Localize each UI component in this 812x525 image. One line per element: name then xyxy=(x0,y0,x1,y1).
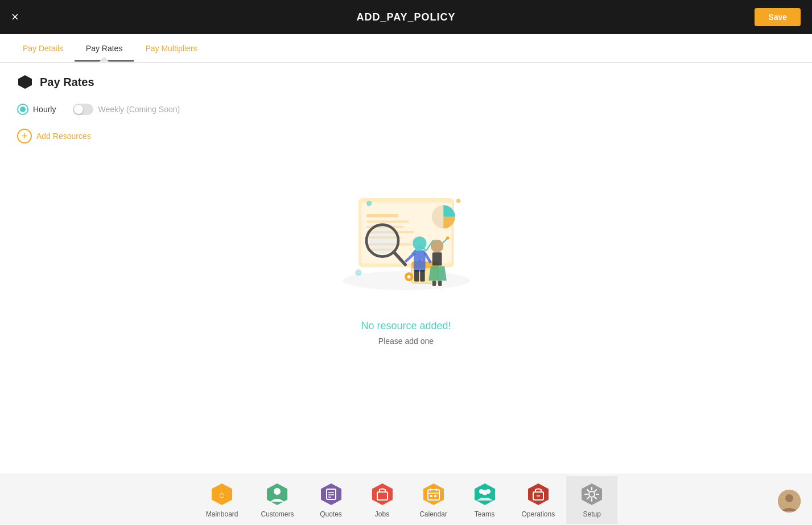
svg-point-32 xyxy=(366,201,372,206)
svg-point-12 xyxy=(446,236,450,240)
page-title: ADD_PAY_POLICY xyxy=(356,11,455,23)
svg-point-33 xyxy=(456,199,460,203)
avatar[interactable] xyxy=(778,490,801,512)
svg-point-20 xyxy=(413,236,426,250)
empty-title: No resource added! xyxy=(361,320,451,332)
svg-point-63 xyxy=(785,494,793,502)
svg-rect-27 xyxy=(432,252,442,265)
operations-icon xyxy=(526,482,551,507)
rate-type-group: Hourly Weekly (Coming Soon) xyxy=(17,104,795,115)
add-resources-label: Add Resources xyxy=(36,132,91,141)
empty-subtitle: Please add one xyxy=(378,337,434,346)
svg-rect-21 xyxy=(414,250,426,271)
svg-marker-46 xyxy=(423,483,444,505)
svg-point-31 xyxy=(407,275,410,278)
svg-rect-23 xyxy=(420,270,424,282)
nav-item-jobs[interactable]: Jobs xyxy=(357,476,408,524)
jobs-label: Jobs xyxy=(375,510,389,518)
tab-pay-details[interactable]: Pay Details xyxy=(11,36,75,61)
nav-item-setup[interactable]: Setup xyxy=(566,476,617,524)
svg-point-18 xyxy=(369,227,395,254)
weekly-toggle[interactable] xyxy=(73,104,93,115)
nav-item-calendar[interactable]: Calendar xyxy=(408,476,459,524)
svg-rect-52 xyxy=(434,495,436,497)
weekly-radio[interactable]: Weekly (Coming Soon) xyxy=(73,104,180,115)
quotes-icon xyxy=(319,482,344,507)
svg-point-34 xyxy=(355,269,361,276)
mainboard-label: Mainboard xyxy=(206,510,238,518)
svg-rect-5 xyxy=(366,220,409,223)
hourly-radio-circle[interactable] xyxy=(17,104,28,115)
nav-item-operations[interactable]: Operations xyxy=(510,476,567,524)
svg-point-56 xyxy=(482,490,487,495)
main-content: Pay Rates Hourly Weekly (Coming Soon) + … xyxy=(0,63,812,474)
quotes-label: Quotes xyxy=(320,510,342,518)
svg-rect-4 xyxy=(366,214,398,218)
svg-marker-57 xyxy=(528,483,549,505)
add-resources-button[interactable]: + Add Resources xyxy=(17,129,795,143)
header: × ADD_PAY_POLICY Save xyxy=(0,0,812,34)
customers-label: Customers xyxy=(261,510,294,518)
mainboard-icon: ⌂ xyxy=(209,482,234,507)
nav-item-customers[interactable]: Customers xyxy=(249,476,305,524)
customers-icon xyxy=(265,482,290,507)
nav-item-quotes[interactable]: Quotes xyxy=(306,476,357,524)
section-title: Pay Rates xyxy=(40,76,94,89)
weekly-label: Weekly (Coming Soon) xyxy=(98,105,180,114)
nav-item-mainboard[interactable]: ⌂ Mainboard xyxy=(195,476,250,524)
empty-illustration xyxy=(327,183,486,309)
teams-label: Teams xyxy=(475,510,494,518)
operations-label: Operations xyxy=(522,510,555,518)
svg-marker-0 xyxy=(18,75,32,89)
avatar-image xyxy=(778,490,801,512)
svg-rect-29 xyxy=(438,281,442,286)
svg-point-26 xyxy=(430,240,443,252)
section-hex-icon xyxy=(17,74,33,90)
svg-rect-51 xyxy=(430,495,432,497)
setup-icon xyxy=(579,482,604,507)
calendar-icon xyxy=(421,482,446,507)
jobs-icon xyxy=(370,482,395,507)
calendar-label: Calendar xyxy=(419,510,447,518)
tabs-bar: Pay Details Pay Rates Pay Multipliers xyxy=(0,34,812,63)
hourly-radio[interactable]: Hourly xyxy=(17,104,56,115)
svg-rect-28 xyxy=(432,281,436,286)
section-heading: Pay Rates xyxy=(17,74,795,90)
setup-label: Setup xyxy=(583,510,601,518)
svg-marker-44 xyxy=(372,483,393,505)
save-button[interactable]: Save xyxy=(755,8,801,26)
tab-pay-rates[interactable]: Pay Rates xyxy=(75,36,134,61)
close-button[interactable]: × xyxy=(11,10,19,24)
tab-pay-multipliers[interactable]: Pay Multipliers xyxy=(134,36,208,61)
svg-marker-39 xyxy=(321,483,341,505)
hourly-label: Hourly xyxy=(33,105,56,114)
empty-state: No resource added! Please add one xyxy=(17,161,795,368)
svg-rect-22 xyxy=(414,270,419,282)
nav-item-teams[interactable]: Teams xyxy=(459,476,510,524)
svg-point-38 xyxy=(274,488,281,495)
svg-text:⌂: ⌂ xyxy=(219,490,225,499)
teams-icon xyxy=(472,482,497,507)
bottom-nav: ⌂ Mainboard Customers Quotes xyxy=(0,474,812,525)
add-circle-icon: + xyxy=(17,129,32,143)
